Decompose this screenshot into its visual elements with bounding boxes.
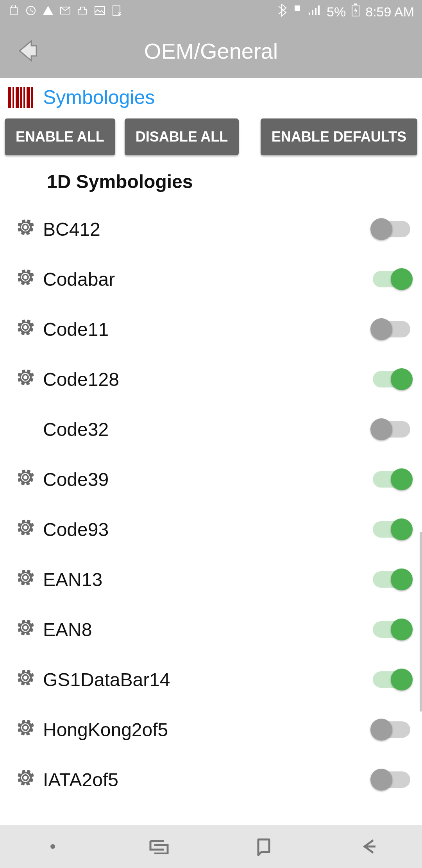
settings-gear-button[interactable] [8,568,43,592]
gear-icon [16,718,35,742]
item-label: Codabar [43,269,373,290]
svg-rect-14 [31,87,33,108]
network-icon [292,4,302,20]
home-icon [254,837,273,856]
section-title-1d: 1D Symbologies [0,163,422,204]
settings-gear-button[interactable] [8,217,43,241]
nav-back-button[interactable] [316,837,422,856]
warning-icon [42,4,54,20]
app-bar: OEM/General [0,23,422,78]
item-label: EAN8 [43,619,373,640]
list-item: Code32 [0,404,422,454]
sub-title: Symbologies [43,86,155,109]
svg-point-15 [50,844,55,849]
gear-icon [16,267,35,291]
item-label: Code128 [43,369,373,390]
toggle-switch[interactable] [373,621,410,638]
scrollbar[interactable] [420,532,422,712]
svg-rect-13 [27,87,30,108]
gear-icon [16,618,35,642]
back-button[interactable] [0,37,55,65]
svg-rect-8 [8,87,11,108]
enable-all-button[interactable]: ENABLE ALL [5,118,115,155]
item-label: IATA2of5 [43,769,373,791]
list-item: BC412 [0,204,422,254]
gear-icon [16,368,35,391]
status-right: 5% 8:59 AM [277,4,414,20]
list-item: Codabar [0,254,422,304]
page-title: OEM/General [55,38,422,64]
gear-icon [16,317,35,341]
settings-gear-button[interactable] [8,768,43,792]
svg-rect-10 [16,87,19,108]
svg-rect-11 [20,87,22,108]
status-left-icons [8,4,123,20]
list-item: IATA2of5 [0,755,422,805]
battery-text: 5% [327,4,346,20]
toggle-switch[interactable] [373,421,410,438]
item-label: GS1DataBar14 [43,669,373,690]
barcode-icon [8,87,35,108]
settings-gear-button[interactable] [8,518,43,542]
list-item: Code128 [0,354,422,404]
svg-rect-5 [295,5,300,11]
battery-charging-icon [351,4,360,20]
item-label: Code32 [43,419,373,440]
back-arrow-icon [14,37,41,65]
item-label: BC412 [43,219,373,240]
toggle-switch[interactable] [373,221,410,237]
toggle-switch[interactable] [373,321,410,337]
toggle-switch[interactable] [373,671,410,688]
toggle-switch[interactable] [373,721,410,738]
svg-rect-7 [354,4,357,5]
gear-icon [16,568,35,592]
content: 1D Symbologies BC412CodabarCode11Code128… [0,163,422,805]
gear-icon [16,468,35,491]
settings-gear-button[interactable] [8,368,43,391]
sub-header: Symbologies [0,78,422,115]
item-label: Code39 [43,469,373,490]
navigation-bar [0,825,422,868]
toggle-switch[interactable] [373,471,410,488]
settings-gear-button[interactable] [8,317,43,341]
gear-icon [16,217,35,241]
shopping-bag-icon [8,4,20,20]
picture-icon [94,4,106,20]
list-item: EAN13 [0,554,422,604]
signal-icon [308,4,321,20]
svg-rect-0 [10,8,17,15]
list-item: Code39 [0,454,422,504]
settings-gear-button[interactable] [8,668,43,692]
action-buttons: ENABLE ALL DISABLE ALL ENABLE DEFAULTS [0,115,422,163]
toggle-switch[interactable] [373,521,410,538]
nav-recents-button[interactable] [106,839,211,854]
recents-icon [147,839,169,854]
toggle-switch[interactable] [373,371,410,387]
toggle-switch[interactable] [373,771,410,788]
gmail-icon [59,4,71,20]
update-icon [25,4,37,20]
gear-icon [16,768,35,792]
list-item: EAN8 [0,604,422,655]
nav-home-button[interactable] [211,837,316,856]
gear-icon [16,668,35,692]
svg-rect-9 [13,87,14,108]
clock-text: 8:59 AM [365,4,414,20]
list-item: GS1DataBar14 [0,655,422,705]
item-label: HongKong2of5 [43,719,373,741]
disable-all-button[interactable]: DISABLE ALL [125,118,239,155]
document-x-icon [111,4,123,20]
settings-gear-button[interactable] [8,468,43,491]
settings-gear-button[interactable] [8,718,43,742]
status-bar: 5% 8:59 AM [0,0,422,23]
list-item: Code93 [0,504,422,554]
settings-gear-button[interactable] [8,267,43,291]
enable-defaults-button[interactable]: ENABLE DEFAULTS [261,118,417,155]
item-label: EAN13 [43,569,373,590]
item-label: Code93 [43,519,373,540]
toggle-switch[interactable] [373,271,410,287]
svg-rect-12 [23,87,25,108]
nav-dot [0,843,106,850]
settings-gear-button[interactable] [8,618,43,642]
toggle-switch[interactable] [373,571,410,588]
